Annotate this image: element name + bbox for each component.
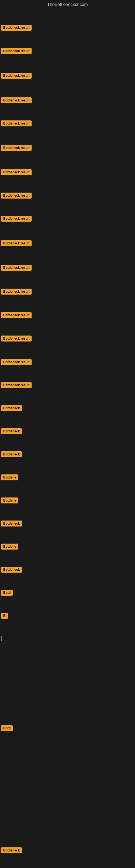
list-item: Bottleneck result: [1, 382, 32, 389]
bottleneck-badge: Bottleneck result: [1, 97, 32, 103]
bottleneck-badge: Bottleneck: [1, 452, 22, 457]
list-item: Bottleneck result: [1, 265, 32, 272]
list-item: B: [1, 613, 8, 620]
bottleneck-badge: Bottlene: [1, 474, 18, 480]
list-item: Bottleneck result: [1, 240, 32, 247]
list-item: Bottleneck: [1, 567, 22, 574]
bottleneck-badge: Bottleneck result: [1, 359, 32, 365]
bottleneck-badge: Bottleneck result: [1, 73, 32, 79]
bottleneck-badge: Bottleneck: [1, 521, 22, 527]
list-item: Bottleneck result: [1, 312, 32, 319]
list-item: Bottleneck result: [1, 289, 32, 296]
list-item: Bottleneck result: [1, 193, 32, 199]
list-item: Bottl: [1, 590, 13, 597]
list-item: Bottlene: [1, 474, 18, 482]
bottleneck-badge: Bottleneck result: [1, 25, 32, 31]
bottleneck-badge: Bottleneck result: [1, 169, 32, 175]
list-item: Bottleneck: [1, 521, 22, 528]
bottleneck-badge: Bottleneck result: [1, 145, 32, 151]
list-item: [1, 636, 2, 641]
list-item: Bottleneck: [1, 428, 22, 435]
bottleneck-badge: Bottleneck result: [1, 312, 32, 318]
bottleneck-badge: Bottleneck result: [1, 120, 32, 126]
list-item: Bottleneck result: [1, 359, 32, 366]
list-item: Bottleneck result: [1, 73, 32, 80]
list-item: Bottleneck: [1, 452, 22, 458]
bottleneck-badge: Bottleneck result: [1, 240, 32, 246]
bottleneck-badge: Bottleneck result: [1, 289, 32, 294]
list-item: Bottleneck result: [1, 169, 32, 176]
bottleneck-badge: Bottleneck result: [1, 193, 32, 198]
bottleneck-badge: Bottleneck result: [1, 382, 32, 388]
bottleneck-badge: Bottleneck result: [1, 336, 32, 341]
bottleneck-badge: Bottl: [1, 725, 13, 731]
list-item: Bottleneck result: [1, 336, 32, 343]
bottleneck-badge: Bottl: [1, 590, 13, 596]
bottleneck-badge: Bottleneck: [1, 405, 22, 411]
bottleneck-badge: Bottlene: [1, 497, 18, 503]
bottleneck-badge: Bottleneck result: [1, 265, 32, 271]
list-item: Bottleneck result: [1, 25, 32, 32]
list-item: Bottlene: [1, 544, 18, 551]
bottleneck-badge: B: [1, 613, 8, 619]
site-title: TheBottlenecker.com: [0, 0, 135, 9]
list-item: Bottleneck result: [1, 48, 32, 55]
bottleneck-badge: Bottleneck result: [1, 216, 32, 222]
bottleneck-badge: Bottleneck result: [1, 48, 32, 54]
bottleneck-badge: Bottleneck: [1, 847, 22, 854]
list-item: Bottleneck: [1, 847, 22, 855]
bottleneck-badge: Bottlene: [1, 544, 18, 550]
bottleneck-badge: Bottleneck: [1, 428, 22, 434]
list-item: Bottl: [1, 725, 13, 733]
list-item: Bottleneck result: [1, 216, 32, 223]
list-item: Bottleneck result: [1, 97, 32, 104]
list-item: Bottlene: [1, 497, 18, 504]
list-item: Bottleneck: [1, 405, 22, 412]
bottleneck-badge: Bottleneck: [1, 567, 22, 572]
list-item: Bottleneck result: [1, 145, 32, 152]
line-indicator: [1, 636, 2, 641]
list-item: Bottleneck result: [1, 120, 32, 127]
